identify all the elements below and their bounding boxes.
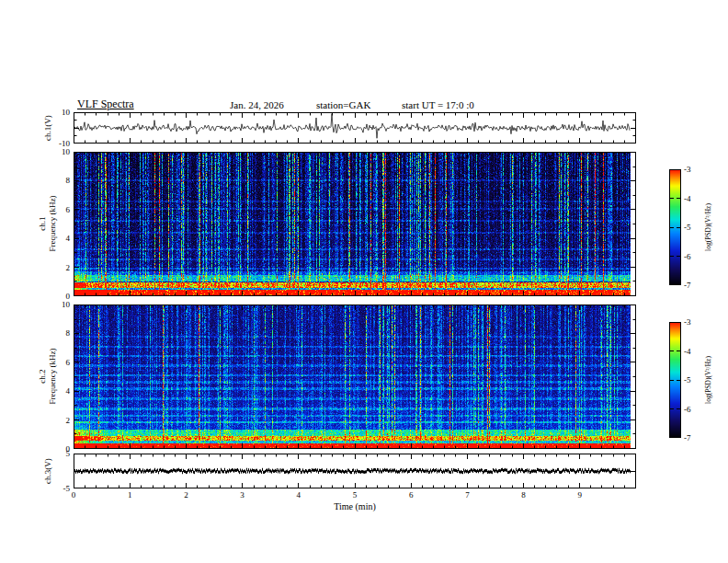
colorbar-tick-label: -4 xyxy=(684,347,710,356)
y-tick-label: 4 xyxy=(39,234,70,243)
x-tick-label: 1 xyxy=(119,490,141,500)
colorbar-tick-label: -5 xyxy=(684,223,710,232)
ch2-axis-label-line2: Frequency (kHz) xyxy=(48,348,58,404)
x-tick-label: 2 xyxy=(175,490,197,500)
y-tick-label: 10 xyxy=(39,147,70,156)
y-tick-label: 5 xyxy=(39,449,70,458)
ch1-waveform-canvas xyxy=(74,112,636,144)
colorbar-tick-label: -7 xyxy=(684,281,710,290)
y-tick-label: -5 xyxy=(39,484,70,493)
vlf-spectra-figure: VLF Spectra Jan. 24, 2026 station=GAK st… xyxy=(0,0,728,563)
plot-date: Jan. 24, 2026 xyxy=(230,99,284,110)
ch1-colorbar xyxy=(669,169,681,285)
x-tick-label: 3 xyxy=(232,490,254,500)
ch1-frequency-axis-label: ch.1 Frequency (kHz) xyxy=(38,195,58,251)
x-tick-label: 7 xyxy=(456,490,478,500)
y-tick-label: 2 xyxy=(39,263,70,272)
plot-title: VLF Spectra xyxy=(77,98,134,111)
x-tick-label: 8 xyxy=(513,490,535,500)
colorbar-tick-label: -3 xyxy=(684,317,710,327)
colorbar-tick-label: -4 xyxy=(684,194,710,203)
ch1-axis-label-line1: ch.1 xyxy=(38,195,48,251)
ch2-frequency-axis-label: ch.2 Frequency (kHz) xyxy=(38,348,58,404)
y-tick-label: 8 xyxy=(39,176,70,185)
y-tick-label: 10 xyxy=(39,108,70,117)
y-tick-label: 6 xyxy=(39,205,70,214)
ch2-spectrogram-canvas xyxy=(74,304,636,449)
ch1-axis-label-line2: Frequency (kHz) xyxy=(48,195,58,251)
y-tick-label: 10 xyxy=(39,300,70,309)
colorbar-tick-label: -5 xyxy=(684,375,710,385)
ch3-waveform-canvas xyxy=(74,454,636,488)
x-tick-label: 5 xyxy=(344,490,366,500)
colorbar-tick-label: -6 xyxy=(684,405,710,414)
y-tick-label: 6 xyxy=(39,358,70,367)
station-label: station=GAK xyxy=(316,99,370,110)
x-axis-label: Time (min) xyxy=(309,501,401,511)
ch2-axis-label-line1: ch.2 xyxy=(38,348,48,404)
y-tick-label: 4 xyxy=(39,386,70,396)
colorbar-tick-label: -3 xyxy=(684,165,710,174)
colorbar-tick-label: -6 xyxy=(684,252,710,261)
ch1-voltage-axis-label: ch.1(V) xyxy=(43,115,53,141)
start-ut-label: start UT = 17:0 :0 xyxy=(402,99,474,110)
ch1-spectrogram-canvas xyxy=(74,152,636,296)
x-tick-label: 4 xyxy=(288,490,310,500)
x-tick-label: 6 xyxy=(400,490,422,500)
ch2-colorbar xyxy=(669,322,681,438)
y-tick-label: 2 xyxy=(39,416,70,425)
y-tick-label: 8 xyxy=(39,328,70,338)
colorbar-tick-label: -7 xyxy=(684,433,710,442)
ch3-voltage-axis-label: ch.3(V) xyxy=(43,458,53,484)
x-tick-label: 9 xyxy=(569,490,591,500)
